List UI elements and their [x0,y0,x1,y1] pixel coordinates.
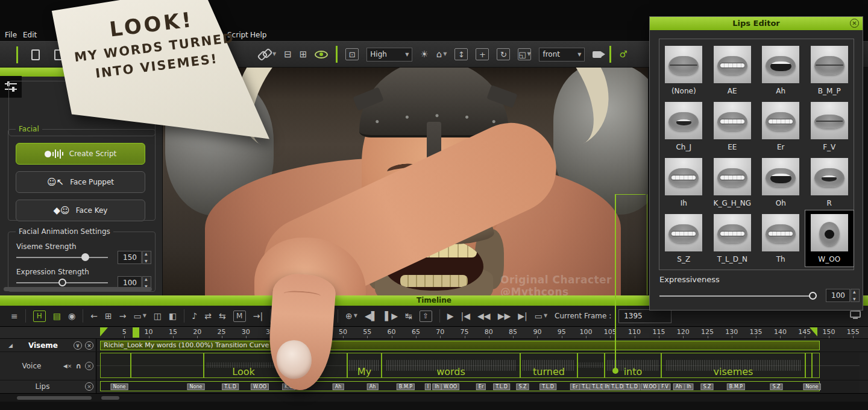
camera-view-select[interactable]: front▼ [539,48,585,62]
fast-backward-icon[interactable]: ◀◀ [477,312,491,320]
lip-key-none[interactable]: None [111,383,128,390]
slider-knob[interactable] [81,253,89,261]
label-scroll-thumb[interactable] [17,396,92,400]
lip-key-none[interactable]: None [187,383,205,390]
viseme-strength-slider[interactable] [16,257,108,258]
screen-toggle-icon[interactable] [850,311,861,318]
lip-key-b.m.p[interactable]: B.M.P [397,383,415,390]
character-gender-icon[interactable]: ♂ [619,50,627,59]
lip-key-t.l.d[interactable]: T.L.D [623,383,640,390]
swap-clip-icon[interactable]: ⇆ [219,312,226,320]
lighting-icon[interactable]: ☀ [420,50,428,59]
viseme-strength-value[interactable]: 150 [118,251,142,264]
slider-knob[interactable] [58,279,66,286]
lip-key-b.m.p[interactable]: B.M.P [727,383,745,390]
create-script-button[interactable]: Create Script [16,143,145,165]
mute-icon[interactable]: ◀× [63,363,72,369]
viseme-f_v[interactable]: F_V [805,98,854,154]
close-circle-icon[interactable]: × [85,362,93,370]
chevron-circle-icon[interactable]: ∨ [74,341,82,350]
timeline-horizontal-scrollbar[interactable] [0,393,868,402]
viseme-k_g_h_ng[interactable]: K_G_H_NG [708,154,757,210]
viseme-clip[interactable]: Richie_Look My words (100.00%) Transitio… [100,341,820,350]
add-clip-icon[interactable]: ⊞ [105,312,112,320]
play-button-icon[interactable]: ▶ [447,312,454,320]
lip-key-s.z[interactable]: S.Z [770,383,782,390]
insert-clip-icon[interactable]: ◧ [169,312,177,320]
viseme-view-icon[interactable]: ◉ [68,312,75,320]
move-prev-icon[interactable]: ← [90,312,98,320]
viseme-th[interactable]: Th [756,210,805,266]
lip-key-ih[interactable]: Ih [684,383,693,390]
fast-forward-icon[interactable]: ▶▶ [498,312,511,320]
loop-clip-icon[interactable]: ⇄ [204,312,212,320]
lip-key-f.v[interactable]: F.V [659,383,670,390]
lip-key-t.l.d[interactable]: T.L.D [493,383,510,390]
orbit-tool-icon[interactable]: ↻ [497,48,510,60]
lip-key-w.oo[interactable]: W.OO [441,383,459,390]
viseme-strength-spinner[interactable] [142,251,151,264]
lip-key-t.l.d[interactable]: T.L.D [539,383,556,390]
prev-key-icon[interactable]: ◀▌ [365,312,378,320]
camera-icon[interactable] [593,51,602,58]
expressiveness-spinner[interactable] [851,289,860,302]
move-next-icon[interactable]: → [119,312,127,320]
expressiveness-slider[interactable] [659,295,815,297]
close-circle-icon[interactable]: × [85,382,93,391]
lips-clip-bar[interactable]: NoneNoneT.L.DW.OOK.GAhAhB.M.PIIhW.OOErT.… [100,381,820,391]
viseme-w_oo[interactable]: W_OO [805,210,854,266]
align-object-bottom-icon[interactable]: ⊟ [284,50,292,59]
collapse-triangle-icon[interactable]: ◢ [8,342,13,348]
lip-key-i[interactable]: I [425,383,431,390]
lips-track-area[interactable]: NoneNoneT.L.DW.OOK.GAhAhB.M.PIIhW.OOErT.… [96,380,860,393]
jump-to-end-icon[interactable]: →| [253,312,263,320]
range-marker[interactable] [133,327,139,338]
viseme-s_z[interactable]: S_Z [659,210,708,266]
export-range-icon[interactable]: ⇧ [420,311,432,322]
viseme-none[interactable]: (None) [659,42,708,98]
fit-range-icon[interactable]: ↹ [405,312,412,320]
lip-key-er[interactable]: Er [570,383,580,390]
menu-file[interactable]: File [5,31,17,39]
viseme-ah[interactable]: Ah [756,42,805,98]
slider-knob[interactable] [809,292,817,300]
voice-segment[interactable] [131,353,204,378]
zoom-extent-icon[interactable]: ↕ [454,48,468,60]
show-all-tracks-icon[interactable]: ▤ [53,312,61,320]
clip-menu-icon[interactable]: ▭▼ [133,312,146,320]
expressiveness-value[interactable]: 100 [826,289,850,302]
viseme-oh[interactable]: Oh [756,154,805,210]
go-to-end-icon[interactable]: ▶| [518,312,527,320]
face-key-button[interactable]: ◆☺Face Key [16,200,145,221]
lip-key-none[interactable]: None [804,383,821,390]
go-to-start-icon[interactable]: |◀ [461,312,470,320]
face-puppet-button[interactable]: ☺↖Face Puppet [16,171,145,193]
viseme-ee[interactable]: EE [708,98,757,154]
lip-key-er[interactable]: Er [476,383,486,390]
lip-key-ah[interactable]: Ah [367,383,379,390]
voice-segment-into[interactable]: into [605,353,661,378]
viseme-ch_j[interactable]: Ch_J [659,98,708,154]
display-mode-icon[interactable]: ⊡ [345,48,359,60]
range-mode-icon[interactable]: ▭▼ [535,312,547,320]
viseme-t_l_d_n[interactable]: T_L_D_N [708,210,757,266]
voice-segment[interactable] [805,353,812,378]
track-label-lips[interactable]: Lips× [0,380,96,393]
close-icon[interactable]: ✕ [850,19,859,28]
range-start-flag[interactable] [100,327,108,336]
viseme-er[interactable]: Er [756,98,805,154]
playhead-line[interactable] [615,194,616,370]
lip-key-w.oo[interactable]: W.OO [641,383,659,390]
viseme-ae[interactable]: AE [708,42,757,98]
next-key-icon[interactable]: ▌▶ [385,312,398,320]
current-frame-input[interactable] [618,309,671,323]
lip-key-ah[interactable]: Ah [333,383,344,390]
lip-key-ih[interactable]: Ih [432,383,441,390]
lip-key-s.z[interactable]: S.Z [516,383,529,390]
voice-segment[interactable] [100,353,131,378]
voice-track-area[interactable]: LookMywordsturnedintovisemes [96,352,860,380]
frame-object-icon[interactable]: ◱▼ [518,48,531,60]
timeline-ruler[interactable]: 5101520253035404550556065707580859095100… [0,327,868,339]
split-clip-icon[interactable]: ◫ [154,312,162,320]
track-list-icon[interactable]: ≡ [11,312,18,320]
